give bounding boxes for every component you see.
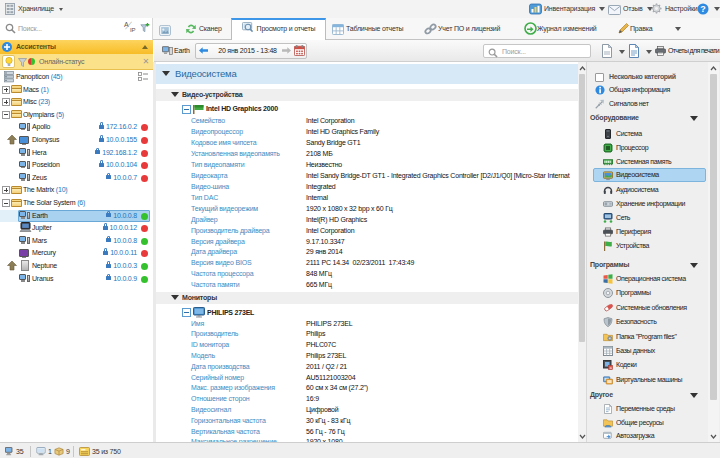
svg-text:?: ? xyxy=(700,4,705,14)
